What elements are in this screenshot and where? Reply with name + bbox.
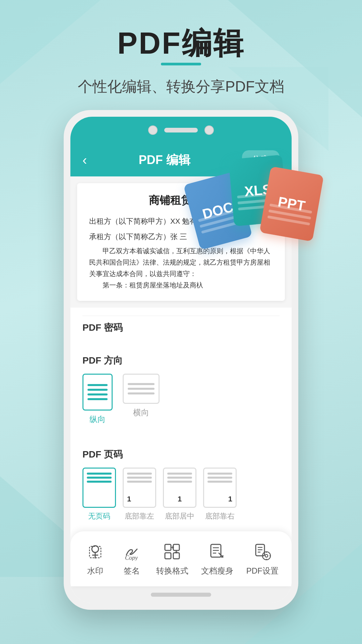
svg-rect-5: [165, 544, 171, 550]
pn-line-1: [87, 473, 112, 475]
portrait-icon: [82, 374, 113, 411]
svg-point-20: [265, 554, 268, 557]
pn-bl-line-3: [127, 481, 152, 483]
compress-label: 文档瘦身: [201, 566, 233, 576]
ppt-card: PPT: [259, 166, 324, 242]
pdf-settings-label: PDF设置: [246, 566, 279, 576]
watermark-label: 水印: [87, 566, 103, 576]
pn-br-line-3: [207, 481, 232, 483]
signature-label: 签名: [124, 566, 140, 576]
pagenum-bottom-right[interactable]: 1 底部靠右: [203, 468, 237, 521]
toolbar-signature[interactable]: Copy 签名: [120, 541, 143, 576]
phone-home-area: [70, 586, 292, 603]
header-section: PDF编辑 个性化编辑、转换分享PDF文档: [0, 0, 362, 110]
pagenum-bottom-center[interactable]: 1 底部居中: [163, 468, 196, 521]
password-title: PDF 密码: [82, 321, 280, 334]
landscape-line-1: [128, 383, 155, 385]
main-title: PDF编辑: [0, 27, 362, 60]
pn-bl-line-2: [127, 477, 152, 479]
orientation-landscape[interactable]: 横向: [123, 374, 160, 425]
pagenum-none-icon: [82, 468, 116, 508]
phone-notch-center: [148, 125, 214, 135]
camera-right: [204, 125, 214, 135]
pagenum-section: PDF 页码 无页码: [70, 441, 292, 531]
toolbar-title: PDF 编辑: [139, 152, 190, 168]
toolbar-convert[interactable]: 转换格式: [156, 541, 188, 576]
pagenum-bl-icon: 1: [123, 468, 156, 508]
back-button[interactable]: ‹: [82, 153, 87, 168]
format-cards-container: DOC XLS PPT: [191, 150, 325, 268]
pn-br-number: 1: [207, 495, 232, 503]
svg-rect-8: [173, 553, 179, 559]
pagenum-bottom-left[interactable]: 1 底部靠左: [123, 468, 156, 521]
pn-line-3: [87, 481, 112, 483]
divider-1: [82, 316, 280, 316]
toolbar-watermark[interactable]: 水印: [83, 541, 107, 576]
landscape-line-2: [128, 388, 155, 390]
orientation-portrait[interactable]: 纵向: [82, 374, 113, 425]
pagenum-bc-icon: 1: [163, 468, 196, 508]
phone-home-bar: [151, 593, 211, 597]
portrait-label: 纵向: [89, 414, 106, 425]
pdf-settings-icon: [251, 541, 274, 561]
pagenum-none[interactable]: 无页码: [82, 468, 116, 521]
phone-container: ‹ PDF 编辑 分享 1/2 商铺租赁合同 出租方（以下简称甲方）XX 勉有限…: [64, 110, 298, 610]
pn-bc-number: 1: [167, 495, 192, 503]
watermark-icon: [83, 541, 107, 561]
bottom-toolbar: 水印 Copy 签名: [70, 531, 292, 586]
subtitle: 个性化编辑、转换分享PDF文档: [0, 77, 362, 97]
portrait-line-4: [87, 398, 108, 400]
doc-body-2: 第一条：租赁房屋坐落地址及商杁: [89, 279, 273, 291]
compress-icon: [205, 541, 229, 561]
portrait-lines: [85, 381, 110, 403]
pagenum-bl-label: 底部靠左: [125, 511, 154, 521]
svg-rect-7: [165, 553, 171, 559]
portrait-line-2: [87, 389, 108, 391]
camera-left: [148, 125, 158, 135]
pn-br-line-2: [207, 477, 232, 479]
landscape-lines: [128, 383, 155, 394]
pn-lines-bc: [167, 473, 192, 483]
convert-label: 转换格式: [156, 566, 188, 576]
pagenum-br-icon: 1: [203, 468, 237, 508]
pagenum-bc-label: 底部居中: [165, 511, 194, 521]
pagenum-title: PDF 页码: [82, 448, 280, 461]
pn-line-2: [87, 477, 112, 479]
toolbar-pdf-settings[interactable]: PDF设置: [246, 541, 279, 576]
phone-notch-bar: [70, 117, 292, 144]
toolbar-compress[interactable]: 文档瘦身: [201, 541, 233, 576]
portrait-line-1: [87, 384, 108, 386]
speaker-bar: [164, 128, 198, 132]
svg-text:Copy: Copy: [125, 554, 138, 561]
title-underline: [161, 63, 201, 65]
convert-icon: [161, 541, 184, 561]
pn-bl-number: 1: [127, 495, 152, 503]
pn-lines-none: [87, 473, 112, 483]
landscape-label: 横向: [133, 407, 149, 418]
pn-bc-line-2: [167, 477, 192, 479]
pn-br-line-1: [207, 473, 232, 475]
signature-icon: Copy: [120, 541, 143, 561]
orientation-title: PDF 方向: [82, 354, 280, 367]
pn-lines-br: [207, 473, 232, 483]
pagenum-br-label: 底部靠右: [205, 511, 235, 521]
orientation-options: 纵向 横向: [82, 374, 280, 425]
pn-lines-bl: [127, 473, 152, 483]
pn-bc-line-1: [167, 473, 192, 475]
password-section: PDF 密码: [70, 308, 292, 344]
pn-bc-line-3: [167, 481, 192, 483]
orientation-section: PDF 方向 纵向: [70, 344, 292, 441]
pagenum-options: 无页码 1 底部靠左: [82, 468, 280, 521]
pagenum-none-label: 无页码: [88, 511, 110, 521]
landscape-line-3: [128, 392, 155, 394]
portrait-line-3: [87, 393, 108, 395]
pn-bl-line-1: [127, 473, 152, 475]
landscape-icon: [123, 374, 160, 404]
ppt-card-lines: [259, 166, 324, 242]
svg-rect-6: [173, 544, 179, 550]
